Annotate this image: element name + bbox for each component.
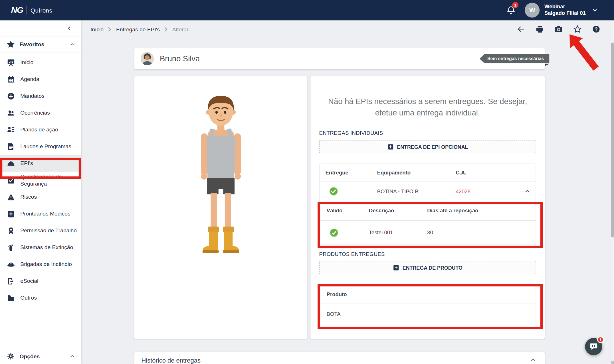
sidebar-item-ocorrencias[interactable]: Ocorrências	[0, 104, 81, 121]
sidebar-item-planos-de-acao[interactable]: Planos de ação	[0, 121, 81, 138]
favorites-header[interactable]: Favoritos	[0, 36, 81, 52]
scrollbar-track	[611, 20, 614, 364]
breadcrumb-section[interactable]: Entregas de EPI's	[116, 26, 160, 32]
chevron-left-icon	[66, 26, 72, 31]
avatar-initial: W	[529, 7, 535, 14]
sidebar-item-epis[interactable]: EPI's	[0, 155, 81, 172]
favorite-button[interactable]	[573, 25, 582, 34]
fire-brigade-icon	[6, 260, 16, 269]
esocial-icon	[6, 277, 16, 285]
sidebar-item-sistemas-de-extincao[interactable]: Sistemas de Extinção	[0, 239, 81, 256]
product-name: BOTA	[327, 311, 341, 317]
add-box-icon	[393, 264, 399, 271]
medical-record-icon	[6, 210, 16, 218]
brand-name: Quírons	[31, 7, 52, 13]
back-button[interactable]	[516, 25, 526, 34]
topbar-right: 1 W Webinar Salgado Filial 01	[505, 3, 598, 18]
col-ca: C.A.	[456, 170, 519, 176]
optional-epi-delivery-label: ENTREGA DE EPI OPCIONAL	[397, 144, 468, 150]
add-box-icon	[387, 143, 394, 150]
person-name: Bruno Silva	[160, 54, 200, 63]
brand-logo[interactable]: NG Quírons	[11, 5, 52, 15]
ca-number-link[interactable]: 42028	[456, 188, 519, 194]
sidebar-item-mandatos[interactable]: Mandatos	[0, 88, 81, 104]
chat-launcher-button[interactable]: 1	[585, 338, 602, 355]
chevron-right-icon	[164, 27, 168, 31]
calendar-icon	[6, 75, 16, 84]
sidebar-item-prontuarios-medicos[interactable]: Prontuários Médicos	[0, 206, 81, 222]
chat-unread-badge: 1	[597, 336, 604, 343]
chevron-down-icon[interactable]	[592, 7, 597, 13]
sidebar: Favoritos Início Agenda	[0, 20, 81, 364]
optional-epi-delivery-button[interactable]: ENTREGA DE EPI OPCIONAL	[319, 140, 536, 153]
sidebar-item-permissao-de-trabalho[interactable]: Permissão de Trabalho	[0, 222, 81, 239]
breadcrumb: Início Entregas de EPI's Alterar	[81, 20, 614, 38]
scrollbar-thumb[interactable]	[611, 43, 614, 237]
epi-detail-row: Testei 001 30	[320, 220, 536, 245]
product-table-row[interactable]: BOTA	[320, 304, 536, 324]
folder-icon	[6, 294, 16, 302]
plus-circle-icon	[6, 92, 16, 100]
col-descricao: Descrição	[369, 208, 427, 214]
status-badge: Sem entregas necessárias	[480, 54, 550, 63]
help-icon: ?	[592, 25, 600, 33]
delivered-check-icon	[329, 187, 338, 196]
chevron-up-icon	[70, 354, 75, 359]
individual-deliveries-title: ENTREGAS INDIVIDUAIS	[319, 130, 536, 136]
options-header[interactable]: Opções	[0, 348, 81, 364]
sidebar-item-brigadas-de-incendio[interactable]: Brigadas de Incêndio	[0, 256, 81, 273]
col-equipamento: Equipamento	[377, 170, 456, 176]
star-icon	[6, 40, 15, 48]
help-button[interactable]: ?	[591, 25, 601, 34]
col-valido: Válido	[327, 208, 369, 214]
sidebar-item-agenda[interactable]: Agenda	[0, 71, 81, 88]
sidebar-item-outros[interactable]: Outros	[0, 290, 81, 306]
safety-helmet-icon	[6, 159, 16, 168]
sidebar-nav: Início Agenda Mandatos Ocorrências	[0, 52, 81, 306]
product-table-header: Produto	[320, 285, 536, 304]
person-avatar	[141, 52, 154, 66]
person-card: Bruno Silva Sem entregas necessárias	[134, 48, 545, 69]
dashboard-chart-icon	[6, 58, 16, 67]
action-plan-icon	[6, 125, 16, 134]
printer-icon	[536, 25, 544, 33]
brand-divider	[27, 6, 27, 15]
sidebar-collapse-button[interactable]	[0, 20, 81, 36]
user-avatar[interactable]: W	[525, 3, 540, 18]
no-epi-message: Não há EPIs necessários a serem entregue…	[321, 96, 534, 119]
sidebar-item-inicio[interactable]: Início	[0, 54, 81, 71]
checkbox-icon	[6, 176, 16, 184]
svg-text:?: ?	[595, 27, 597, 32]
breadcrumb-home[interactable]: Início	[90, 26, 104, 32]
sidebar-item-esocial[interactable]: eSocial	[0, 273, 81, 290]
delivery-panel: Não há EPIs necessários a serem entregue…	[310, 76, 545, 339]
chat-bubble-icon	[589, 342, 598, 351]
print-button[interactable]	[535, 25, 544, 34]
work-permit-icon	[6, 226, 16, 235]
favorites-label: Favoritos	[20, 41, 44, 47]
equipment-name: BOTINA - TIPO B	[377, 188, 456, 194]
status-badge-fold	[545, 64, 549, 66]
product-delivery-button[interactable]: ENTREGA DE PRODUTO	[319, 261, 536, 274]
collapse-history-button[interactable]	[530, 357, 536, 363]
notifications-button[interactable]: 1	[505, 4, 517, 16]
app-window: NG Quírons 1 W Webinar Salgado Filial 01	[0, 0, 614, 364]
epi-description: Testei 001	[369, 230, 427, 236]
collapse-row-button[interactable]	[518, 188, 536, 194]
screenshot-button[interactable]	[554, 25, 563, 34]
chevron-up-icon	[70, 42, 75, 47]
col-dias-reposicao: Dias até a reposição	[427, 208, 536, 214]
report-document-icon	[6, 142, 16, 151]
sidebar-item-riscos[interactable]: Riscos	[0, 189, 81, 206]
sidebar-item-laudos-e-programas[interactable]: Laudos e Programas	[0, 138, 81, 155]
account-menu[interactable]: Webinar Salgado Filial 01	[544, 4, 586, 17]
fire-extinguisher-icon	[6, 243, 16, 252]
product-delivery-label: ENTREGA DE PRODUTO	[403, 265, 462, 271]
sidebar-item-questionarios[interactable]: Questionários de Segurança	[0, 172, 81, 189]
epi-detail-header: Válido Descrição Dias até a reposição	[320, 201, 536, 220]
gear-icon	[6, 352, 15, 361]
person-illustration	[162, 90, 280, 277]
epi-table-row[interactable]: BOTINA - TIPO B 42028	[320, 182, 536, 201]
breadcrumb-current: Alterar	[172, 26, 189, 32]
epi-table-header: Entregue Equipamento C.A.	[320, 164, 536, 182]
